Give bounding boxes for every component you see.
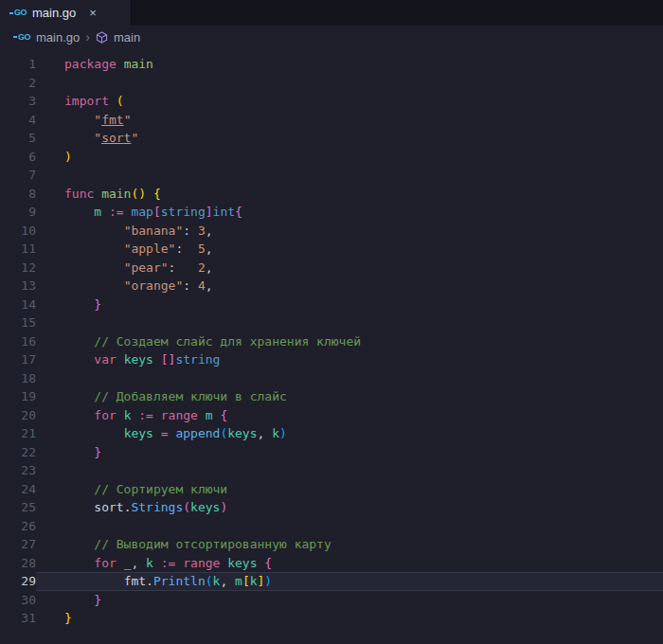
code-line[interactable]: 28 for _, k := range keys { [0,554,663,573]
code-text: "pear": 2, [36,259,663,277]
code-line[interactable]: 21 keys = append(keys, k) [0,424,663,443]
code-token: ) [279,426,287,440]
tab-main-go[interactable]: GO main.go × [0,0,132,26]
code-text: keys = append(keys, k) [36,424,663,443]
code-token: [] [161,352,176,367]
code-token: k [272,426,279,440]
code-line[interactable]: 8func main() { [0,185,663,204]
line-number[interactable]: 15 [0,313,36,332]
line-number[interactable]: 8 [0,185,36,204]
code-line[interactable]: 4 "fmt" [0,111,663,130]
line-number[interactable]: 2 [0,74,36,93]
code-token: keys [227,556,257,570]
line-number[interactable]: 28 [0,554,36,573]
code-text: } [36,443,663,462]
breadcrumb-symbol[interactable]: main [114,30,140,45]
code-line[interactable]: 6) [0,148,663,167]
tab-bar: GO main.go × [0,0,663,26]
code-text: // Выводим отсортированную карту [36,535,663,554]
code-text: } [36,295,663,314]
line-number[interactable]: 1 [0,55,36,74]
line-number[interactable]: 9 [0,203,36,222]
code-token: , [206,242,213,256]
code-line[interactable]: 19 // Добавляем ключи в слайс [0,387,663,406]
line-number[interactable]: 6 [0,148,36,167]
line-number[interactable]: 23 [0,461,36,480]
code-text [36,369,663,388]
line-number[interactable]: 4 [0,111,36,130]
line-number[interactable]: 5 [0,129,36,148]
line-number[interactable]: 27 [0,535,36,554]
line-number[interactable]: 29 [0,572,36,591]
code-token: ( [116,94,124,108]
code-editor[interactable]: 1package main23import (4 "fmt"5 "sort"6)… [0,48,663,628]
code-text: func main() { [36,185,663,204]
code-token: , [206,260,213,275]
line-number[interactable]: 13 [0,277,36,295]
code-token: main [101,187,131,201]
code-line[interactable]: 18 [0,369,663,388]
code-line[interactable]: 7 [0,166,663,185]
line-number[interactable]: 25 [0,498,36,517]
code-token: append [175,426,220,440]
code-token: , [220,574,235,588]
code-text: // Добавляем ключи в слайс [36,387,663,406]
line-number[interactable]: 14 [0,295,36,314]
code-line[interactable]: 15 [0,313,663,332]
code-token [153,426,161,440]
line-number[interactable]: 18 [0,369,36,388]
code-line[interactable]: 27 // Выводим отсортированную карту [0,535,663,554]
code-line[interactable]: 9 m := map[string]int{ [0,203,663,222]
breadcrumb-file[interactable]: main.go [36,30,80,45]
line-number[interactable]: 11 [0,240,36,259]
code-token: func [64,187,94,201]
code-token [116,57,124,71]
code-line[interactable]: 10 "banana": 3, [0,222,663,241]
line-number[interactable]: 20 [0,406,36,425]
line-number[interactable]: 12 [0,259,36,277]
line-number[interactable]: 26 [0,517,36,536]
code-line[interactable]: 5 "sort" [0,129,663,148]
code-line[interactable]: 16 // Создаем слайс для хранения ключей [0,332,663,351]
line-number[interactable]: 7 [0,166,36,185]
code-line[interactable]: 31} [0,609,663,628]
code-token: ( [183,500,190,514]
code-token: k [250,574,258,588]
line-number[interactable]: 19 [0,387,36,406]
code-line[interactable]: 26 [0,517,663,536]
code-token: "orange" [124,278,184,293]
line-number[interactable]: 16 [0,332,36,351]
code-line[interactable]: 25 sort.Strings(keys) [0,498,663,517]
code-line[interactable]: 1package main [0,55,663,74]
code-token: Println [153,574,206,588]
code-line[interactable]: 22 } [0,443,663,462]
line-number[interactable]: 10 [0,222,36,241]
line-number[interactable]: 24 [0,480,36,499]
code-line[interactable]: 20 for k := range m { [0,406,663,425]
line-number[interactable]: 30 [0,591,36,610]
code-line[interactable]: 13 "orange": 4, [0,277,663,295]
close-tab-icon[interactable]: × [87,6,99,20]
line-number[interactable]: 3 [0,92,36,111]
code-line[interactable]: 23 [0,461,663,480]
code-line[interactable]: 30 } [0,591,663,610]
line-number[interactable]: 21 [0,424,36,443]
code-line[interactable]: 12 "pear": 2, [0,259,663,277]
code-line[interactable]: 24 // Сортируем ключи [0,480,663,499]
code-line[interactable]: 14 } [0,295,663,314]
line-number[interactable]: 17 [0,350,36,369]
code-line[interactable]: 29 fmt.Println(k, m[k]) [0,572,663,591]
code-line[interactable]: 2 [0,74,663,93]
code-line[interactable]: 3import ( [0,92,663,111]
code-token: m [94,205,101,219]
code-token: package [64,57,116,71]
code-line[interactable]: 17 var keys []string [0,350,663,369]
code-token: { [220,408,227,422]
code-token: "pear" [124,260,169,275]
code-token: "apple" [124,242,176,256]
code-line[interactable]: 11 "apple": 5, [0,240,663,259]
line-number[interactable]: 31 [0,609,36,628]
line-number[interactable]: 22 [0,443,36,462]
code-token [64,500,94,514]
code-token: 5 [198,242,206,256]
